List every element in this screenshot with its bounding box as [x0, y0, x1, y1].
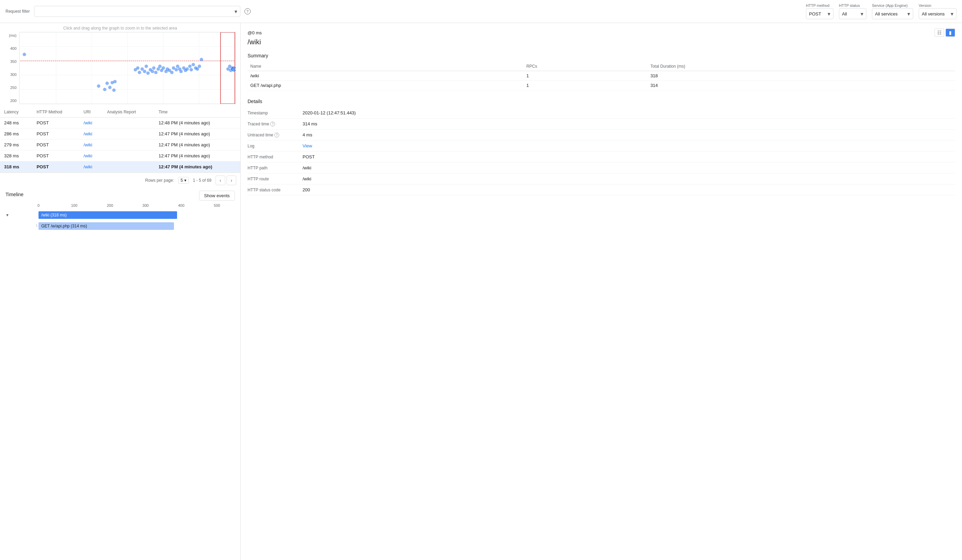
timeline-bar-2-container[interactable]: GET /w/api.php (314 ms)	[39, 222, 235, 230]
detail-kv-row: HTTP path /wiki	[247, 163, 955, 174]
right-panel: @0 ms ☷ ▮ /wiki Summary Name RPCs Total …	[240, 23, 962, 560]
cell-analysis	[103, 150, 154, 161]
svg-point-26	[143, 70, 147, 73]
chart-hint: Click and drag along the graph to zoom i…	[5, 26, 235, 31]
svg-point-32	[154, 71, 157, 74]
detail-kv-row: Untraced time ? 4 ms	[247, 130, 955, 140]
prev-page-button[interactable]: ‹	[216, 175, 225, 185]
timeline-bar-1-container[interactable]: /wiki (318 ms)	[39, 211, 235, 219]
svg-point-23	[136, 66, 140, 70]
summary-col-duration: Total Duration (ms)	[648, 62, 955, 71]
timeline-row-1-label-area: ▼	[5, 213, 39, 217]
detail-kv-val: /wiki	[303, 174, 955, 185]
timeline-bar-api[interactable]: GET /w/api.php (314 ms)	[39, 222, 174, 230]
timeline-bar-wiki-label: /wiki (318 ms)	[41, 212, 67, 217]
summary-name: GET /w/api.php	[247, 81, 524, 90]
detail-kv-row: Traced time ? 314 ms	[247, 119, 955, 130]
http-status-value: All	[842, 11, 847, 16]
uri-link[interactable]: /wiki	[84, 131, 92, 137]
pagination-info: 1 - 5 of 69	[193, 178, 211, 183]
timeline-toggle-icon[interactable]: ▼	[5, 213, 9, 217]
cell-method: POST	[32, 161, 79, 172]
detail-kv-val[interactable]: View	[303, 140, 955, 151]
cell-latency: 318 ms	[0, 161, 32, 172]
cell-latency: 328 ms	[0, 150, 32, 161]
cell-latency: 248 ms	[0, 117, 32, 129]
uri-link[interactable]: /wiki	[84, 120, 92, 126]
y-label-ms: (ms)	[9, 33, 16, 37]
service-chevron-icon: ▾	[907, 11, 910, 17]
request-filter-label: Request filter	[5, 9, 30, 14]
service-value: All services	[875, 11, 898, 16]
detail-header: @0 ms ☷ ▮	[247, 29, 955, 37]
svg-point-16	[103, 88, 107, 91]
detail-kv-row: HTTP status code 200	[247, 185, 955, 195]
next-page-button[interactable]: ›	[227, 175, 236, 185]
table-row[interactable]: 318 ms POST /wiki 12:47 PM (4 minutes ag…	[0, 161, 240, 172]
timeline-axis: 0 100 200 300 400 500	[39, 203, 235, 209]
help-circle-icon[interactable]: ?	[274, 133, 279, 137]
detail-kv-key: Untraced time ?	[247, 130, 303, 140]
uri-link[interactable]: /wiki	[84, 153, 92, 158]
top-bar: Request filter ▾ ? HTTP method POST ▾ HT…	[0, 0, 962, 23]
svg-point-14	[23, 53, 26, 56]
detail-kv-val: POST	[303, 151, 955, 163]
http-status-dropdown[interactable]: All ▾	[839, 8, 867, 19]
detail-details-title: Details	[247, 98, 955, 104]
timeline-bar-api-label: GET /w/api.php (314 ms)	[41, 224, 87, 229]
timeline-row-1: ▼ /wiki (318 ms)	[5, 210, 235, 220]
table-row[interactable]: 286 ms POST /wiki 12:47 PM (4 minutes ag…	[0, 129, 240, 140]
timeline-section: Timeline Show events 0 100 200 300 400 5…	[0, 188, 240, 235]
version-group: Version All versions ▾	[919, 3, 957, 19]
cell-method: POST	[32, 150, 79, 161]
help-circle-icon[interactable]: ?	[270, 122, 275, 126]
summary-duration: 314	[648, 81, 955, 90]
uri-link[interactable]: /wiki	[84, 164, 92, 169]
http-status-label: HTTP status	[839, 3, 867, 8]
rows-per-page-dropdown[interactable]: 5 ▾	[178, 177, 189, 184]
scatter-chart[interactable]	[19, 32, 236, 104]
detail-grid-button[interactable]: ☷	[935, 29, 944, 37]
detail-kv-key: Timestamp	[247, 108, 303, 119]
detail-kv-val: 4 ms	[303, 130, 955, 140]
y-tick-250: 250	[10, 85, 16, 90]
svg-point-61	[232, 68, 235, 71]
http-status-group: HTTP status All ▾	[839, 3, 867, 19]
axis-tick-500: 500	[214, 203, 220, 208]
cell-latency: 286 ms	[0, 129, 32, 140]
table-row[interactable]: 279 ms POST /wiki 12:47 PM (4 minutes ag…	[0, 140, 240, 150]
filter-input-wrapper[interactable]: ▾	[34, 6, 240, 17]
axis-tick-200: 200	[107, 203, 113, 208]
filter-input[interactable]	[37, 9, 234, 14]
detail-kv-link[interactable]: View	[303, 143, 312, 148]
timeline-row-2: └ GET /w/api.php (314 ms)	[5, 221, 235, 231]
version-dropdown[interactable]: All versions ▾	[919, 8, 957, 19]
table-row[interactable]: 248 ms POST /wiki 12:48 PM (4 minutes ag…	[0, 117, 240, 129]
http-method-dropdown[interactable]: POST ▾	[806, 8, 833, 19]
svg-point-51	[192, 63, 195, 66]
help-icon[interactable]: ?	[244, 8, 251, 14]
timeline-bar-wiki[interactable]: /wiki (318 ms)	[39, 211, 177, 219]
detail-kv-row: Timestamp 2020-01-12 (12:47:51.443)	[247, 108, 955, 119]
cell-latency: 279 ms	[0, 140, 32, 150]
version-label: Version	[919, 3, 957, 8]
uri-link[interactable]: /wiki	[84, 142, 92, 147]
detail-kv-key: HTTP status code	[247, 185, 303, 195]
svg-point-27	[145, 64, 148, 68]
svg-point-36	[161, 66, 165, 70]
service-dropdown[interactable]: All services ▾	[872, 8, 913, 19]
detail-timestamp: @0 ms	[247, 30, 261, 35]
detail-kv-key: HTTP method	[247, 151, 303, 163]
col-analysis: Analysis Report	[103, 107, 154, 117]
filter-chevron-icon[interactable]: ▾	[234, 8, 237, 15]
rows-per-page-label: Rows per page:	[145, 178, 174, 183]
detail-kv-val: 314 ms	[303, 119, 955, 130]
svg-point-21	[113, 80, 116, 84]
left-panel: Click and drag along the graph to zoom i…	[0, 23, 240, 560]
service-group: Service (App Engine) All services ▾	[872, 3, 913, 19]
svg-point-18	[108, 86, 112, 89]
table-row[interactable]: 328 ms POST /wiki 12:47 PM (4 minutes ag…	[0, 150, 240, 161]
detail-square-button[interactable]: ▮	[946, 29, 955, 37]
svg-point-53	[195, 68, 199, 71]
show-events-button[interactable]: Show events	[199, 191, 235, 201]
